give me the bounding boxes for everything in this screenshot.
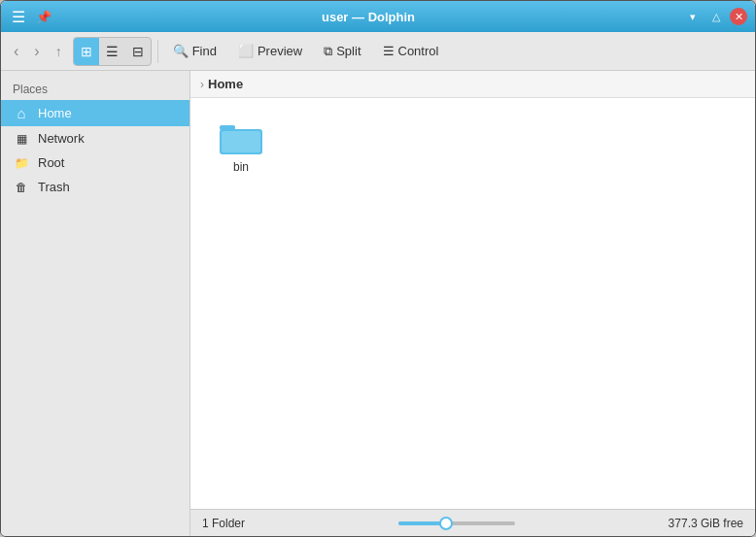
home-icon: ⌂ [13, 105, 30, 121]
view-tree-icon: ⊟ [132, 44, 144, 59]
file-area: bin [190, 98, 755, 509]
titlebar-left-controls: ☰ 📌 [9, 7, 53, 26]
zoom-slider[interactable] [398, 521, 515, 525]
trash-icon: 🗑 [13, 181, 30, 194]
view-icons-button[interactable]: ⊞ [74, 38, 99, 65]
menu-icon: ☰ [12, 8, 25, 26]
file-item-bin-label: bin [233, 160, 249, 174]
maximize-button[interactable]: △ [706, 7, 726, 26]
view-compact-icon: ☰ [106, 44, 119, 59]
maximize-icon: △ [712, 11, 720, 23]
view-icons-icon: ⊞ [81, 44, 92, 59]
slider-container [398, 521, 515, 525]
sidebar-item-trash[interactable]: 🗑 Trash [1, 175, 189, 199]
close-button[interactable]: ✕ [730, 8, 747, 25]
network-icon: ▦ [13, 132, 30, 146]
slider-fill [398, 521, 445, 525]
statusbar-center [245, 521, 669, 525]
split-label: Split [336, 44, 361, 58]
sidebar-item-home-label: Home [38, 106, 72, 120]
statusbar: 1 Folder 377.3 GiB free [190, 509, 755, 536]
titlebar-controls: ▾ △ ✕ [683, 7, 747, 26]
pin-icon: 📌 [36, 10, 52, 24]
up-button[interactable]: ↑ [49, 37, 69, 66]
nav-group: ‹ › ↑ [7, 37, 69, 66]
breadcrumb-bar: › Home [190, 71, 755, 98]
view-mode-group: ⊞ ☰ ⊟ [73, 37, 152, 66]
find-button[interactable]: 🔍 Find [164, 37, 225, 66]
window: ☰ 📌 user — Dolphin ▾ △ ✕ ‹ › [0, 0, 756, 537]
sidebar: Places ⌂ Home ▦ Network 📁 Root 🗑 Trash [1, 71, 190, 536]
file-item-bin[interactable]: bin [202, 110, 280, 182]
forward-button[interactable]: › [27, 37, 46, 66]
view-tree-button[interactable]: ⊟ [125, 38, 151, 65]
sidebar-item-root-label: Root [38, 155, 64, 170]
preview-icon: ⬜ [238, 44, 254, 58]
titlebar-pin-button[interactable]: 📌 [34, 7, 53, 26]
preview-button[interactable]: ⬜ Preview [229, 37, 311, 66]
sidebar-section-label: Places [1, 79, 189, 100]
breadcrumb-arrow: › [200, 78, 204, 91]
main-area: Places ⌂ Home ▦ Network 📁 Root 🗑 Trash [1, 71, 755, 536]
close-icon: ✕ [735, 11, 743, 23]
toolbar-separator-1 [157, 40, 158, 63]
minimize-icon: ▾ [690, 11, 696, 23]
minimize-button[interactable]: ▾ [683, 7, 703, 26]
toolbar: ‹ › ↑ ⊞ ☰ ⊟ 🔍 Find ⬜ [1, 32, 755, 71]
control-button[interactable]: ☰ Control [374, 37, 448, 66]
back-button[interactable]: ‹ [7, 37, 25, 66]
control-icon: ☰ [383, 44, 395, 58]
sidebar-item-trash-label: Trash [38, 180, 70, 194]
titlebar-title: user — Dolphin [53, 10, 683, 24]
view-compact-button[interactable]: ☰ [99, 38, 125, 65]
split-button[interactable]: ⧉ Split [315, 37, 369, 66]
slider-thumb[interactable] [439, 517, 453, 530]
titlebar-menu-button[interactable]: ☰ [9, 7, 28, 26]
back-icon: ‹ [14, 43, 18, 60]
preview-label: Preview [258, 44, 302, 58]
find-icon: 🔍 [173, 44, 189, 58]
sidebar-item-network[interactable]: ▦ Network [1, 126, 189, 151]
file-area-wrapper: › Home bin [190, 71, 755, 536]
up-icon: ↑ [55, 44, 62, 59]
titlebar: ☰ 📌 user — Dolphin ▾ △ ✕ [1, 1, 755, 32]
sidebar-item-network-label: Network [38, 131, 85, 146]
find-label: Find [192, 44, 217, 58]
root-icon: 📁 [13, 156, 30, 170]
sidebar-item-home[interactable]: ⌂ Home [1, 100, 189, 126]
forward-icon: › [34, 43, 39, 60]
control-label: Control [398, 44, 439, 58]
breadcrumb-current: Home [208, 77, 243, 91]
folder-icon [218, 117, 264, 156]
statusbar-free-space: 377.3 GiB free [669, 517, 743, 530]
sidebar-item-root[interactable]: 📁 Root [1, 151, 189, 175]
statusbar-folder-count: 1 Folder [202, 517, 245, 530]
split-icon: ⧉ [324, 44, 332, 59]
svg-rect-2 [222, 131, 260, 152]
